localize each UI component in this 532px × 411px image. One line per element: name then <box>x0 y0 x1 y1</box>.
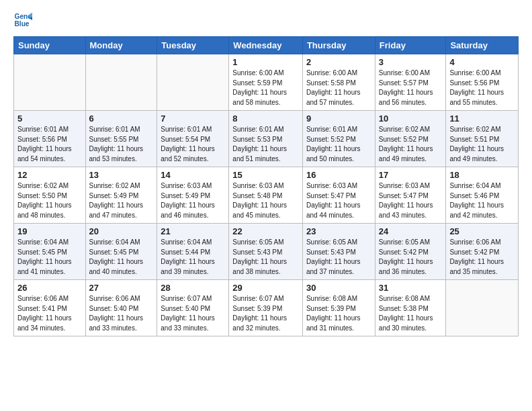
day-number: 30 <box>306 283 371 293</box>
logo: General Blue <box>13 11 35 30</box>
day-info: Sunrise: 6:00 AM Sunset: 5:56 PM Dayligh… <box>449 68 515 107</box>
calendar-cell: 18Sunrise: 6:04 AM Sunset: 5:46 PM Dayli… <box>446 167 519 224</box>
day-number: 11 <box>449 113 515 124</box>
day-info: Sunrise: 6:06 AM Sunset: 5:40 PM Dayligh… <box>89 294 154 333</box>
weekday-header-tuesday: Tuesday <box>157 37 229 54</box>
day-info: Sunrise: 6:06 AM Sunset: 5:42 PM Dayligh… <box>449 238 515 277</box>
day-info: Sunrise: 6:02 AM Sunset: 5:51 PM Dayligh… <box>449 125 515 164</box>
day-number: 31 <box>379 283 443 293</box>
calendar-cell: 23Sunrise: 6:05 AM Sunset: 5:43 PM Dayli… <box>302 224 375 280</box>
day-number: 8 <box>232 113 299 124</box>
day-number: 23 <box>306 226 371 236</box>
day-number: 14 <box>161 170 225 180</box>
calendar-cell: 17Sunrise: 6:03 AM Sunset: 5:47 PM Dayli… <box>375 167 446 224</box>
calendar-cell: 13Sunrise: 6:02 AM Sunset: 5:49 PM Dayli… <box>85 167 157 224</box>
day-info: Sunrise: 6:06 AM Sunset: 5:41 PM Dayligh… <box>17 294 82 333</box>
calendar-cell: 30Sunrise: 6:08 AM Sunset: 5:39 PM Dayli… <box>302 280 375 336</box>
logo-icon: General Blue <box>13 11 32 30</box>
day-info: Sunrise: 6:01 AM Sunset: 5:53 PM Dayligh… <box>232 125 299 164</box>
day-number: 10 <box>379 113 443 124</box>
calendar-cell: 12Sunrise: 6:02 AM Sunset: 5:50 PM Dayli… <box>14 167 86 224</box>
calendar-cell: 29Sunrise: 6:07 AM Sunset: 5:39 PM Dayli… <box>229 280 303 336</box>
calendar-cell: 14Sunrise: 6:03 AM Sunset: 5:49 PM Dayli… <box>157 167 229 224</box>
page: General Blue SundayMondayTuesdayWednesda… <box>0 0 532 347</box>
weekday-header-sunday: Sunday <box>14 37 86 54</box>
calendar-cell <box>157 54 229 111</box>
calendar-cell: 31Sunrise: 6:08 AM Sunset: 5:38 PM Dayli… <box>375 280 446 336</box>
weekday-header-friday: Friday <box>375 37 446 54</box>
calendar-cell: 1Sunrise: 6:00 AM Sunset: 5:59 PM Daylig… <box>229 54 303 111</box>
day-info: Sunrise: 6:01 AM Sunset: 5:56 PM Dayligh… <box>17 125 82 164</box>
day-number: 16 <box>306 170 371 180</box>
day-info: Sunrise: 6:03 AM Sunset: 5:49 PM Dayligh… <box>161 181 225 220</box>
day-info: Sunrise: 6:05 AM Sunset: 5:43 PM Dayligh… <box>306 238 371 277</box>
week-row-3: 12Sunrise: 6:02 AM Sunset: 5:50 PM Dayli… <box>14 167 519 224</box>
day-number: 12 <box>17 170 82 180</box>
day-info: Sunrise: 6:02 AM Sunset: 5:50 PM Dayligh… <box>17 181 82 220</box>
day-number: 1 <box>232 57 299 67</box>
calendar-cell: 15Sunrise: 6:03 AM Sunset: 5:48 PM Dayli… <box>229 167 303 224</box>
day-info: Sunrise: 6:00 AM Sunset: 5:57 PM Dayligh… <box>379 68 443 107</box>
day-info: Sunrise: 6:04 AM Sunset: 5:45 PM Dayligh… <box>17 238 82 277</box>
day-info: Sunrise: 6:01 AM Sunset: 5:54 PM Dayligh… <box>161 125 225 164</box>
day-number: 4 <box>449 57 515 67</box>
day-number: 21 <box>161 226 225 236</box>
week-row-5: 26Sunrise: 6:06 AM Sunset: 5:41 PM Dayli… <box>14 280 519 336</box>
day-info: Sunrise: 6:04 AM Sunset: 5:45 PM Dayligh… <box>89 238 154 277</box>
calendar-cell: 3Sunrise: 6:00 AM Sunset: 5:57 PM Daylig… <box>375 54 446 111</box>
day-number: 29 <box>232 283 299 293</box>
day-info: Sunrise: 6:01 AM Sunset: 5:55 PM Dayligh… <box>89 125 154 164</box>
calendar-cell: 21Sunrise: 6:04 AM Sunset: 5:44 PM Dayli… <box>157 224 229 280</box>
day-number: 15 <box>232 170 299 180</box>
week-row-2: 5Sunrise: 6:01 AM Sunset: 5:56 PM Daylig… <box>14 111 519 167</box>
day-number: 20 <box>89 226 154 236</box>
day-info: Sunrise: 6:00 AM Sunset: 5:58 PM Dayligh… <box>306 68 371 107</box>
day-info: Sunrise: 6:08 AM Sunset: 5:39 PM Dayligh… <box>306 294 371 333</box>
weekday-header-monday: Monday <box>85 37 157 54</box>
calendar-cell: 4Sunrise: 6:00 AM Sunset: 5:56 PM Daylig… <box>446 54 519 111</box>
calendar-cell: 28Sunrise: 6:07 AM Sunset: 5:40 PM Dayli… <box>157 280 229 336</box>
day-number: 5 <box>17 113 82 124</box>
day-number: 17 <box>379 170 443 180</box>
day-number: 7 <box>161 113 225 124</box>
day-info: Sunrise: 6:02 AM Sunset: 5:49 PM Dayligh… <box>89 181 154 220</box>
day-info: Sunrise: 6:01 AM Sunset: 5:52 PM Dayligh… <box>306 125 371 164</box>
day-info: Sunrise: 6:02 AM Sunset: 5:52 PM Dayligh… <box>379 125 443 164</box>
day-info: Sunrise: 6:07 AM Sunset: 5:39 PM Dayligh… <box>232 294 299 333</box>
day-number: 6 <box>89 113 154 124</box>
day-info: Sunrise: 6:08 AM Sunset: 5:38 PM Dayligh… <box>379 294 443 333</box>
calendar-cell: 20Sunrise: 6:04 AM Sunset: 5:45 PM Dayli… <box>85 224 157 280</box>
day-info: Sunrise: 6:07 AM Sunset: 5:40 PM Dayligh… <box>161 294 225 333</box>
day-info: Sunrise: 6:03 AM Sunset: 5:47 PM Dayligh… <box>306 181 371 220</box>
calendar-cell: 16Sunrise: 6:03 AM Sunset: 5:47 PM Dayli… <box>302 167 375 224</box>
day-info: Sunrise: 6:03 AM Sunset: 5:47 PM Dayligh… <box>379 181 443 220</box>
svg-text:Blue: Blue <box>15 20 30 28</box>
day-number: 26 <box>17 283 82 293</box>
day-number: 28 <box>161 283 225 293</box>
day-number: 18 <box>449 170 515 180</box>
day-number: 22 <box>232 226 299 236</box>
day-number: 3 <box>379 57 443 67</box>
calendar-cell: 26Sunrise: 6:06 AM Sunset: 5:41 PM Dayli… <box>14 280 86 336</box>
calendar-cell: 25Sunrise: 6:06 AM Sunset: 5:42 PM Dayli… <box>446 224 519 280</box>
day-info: Sunrise: 6:04 AM Sunset: 5:44 PM Dayligh… <box>161 238 225 277</box>
day-number: 13 <box>89 170 154 180</box>
weekday-header-wednesday: Wednesday <box>229 37 303 54</box>
header: General Blue <box>13 11 519 30</box>
day-number: 27 <box>89 283 154 293</box>
calendar-cell: 7Sunrise: 6:01 AM Sunset: 5:54 PM Daylig… <box>157 111 229 167</box>
calendar-cell: 2Sunrise: 6:00 AM Sunset: 5:58 PM Daylig… <box>302 54 375 111</box>
calendar-cell <box>85 54 157 111</box>
calendar-cell: 19Sunrise: 6:04 AM Sunset: 5:45 PM Dayli… <box>14 224 86 280</box>
calendar-cell <box>14 54 86 111</box>
day-number: 25 <box>449 226 515 236</box>
day-number: 9 <box>306 113 371 124</box>
calendar-cell: 5Sunrise: 6:01 AM Sunset: 5:56 PM Daylig… <box>14 111 86 167</box>
calendar-cell <box>446 280 519 336</box>
day-number: 24 <box>379 226 443 236</box>
day-number: 2 <box>306 57 371 67</box>
day-info: Sunrise: 6:05 AM Sunset: 5:42 PM Dayligh… <box>379 238 443 277</box>
weekday-header-row: SundayMondayTuesdayWednesdayThursdayFrid… <box>14 37 519 54</box>
day-number: 19 <box>17 226 82 236</box>
calendar-cell: 9Sunrise: 6:01 AM Sunset: 5:52 PM Daylig… <box>302 111 375 167</box>
